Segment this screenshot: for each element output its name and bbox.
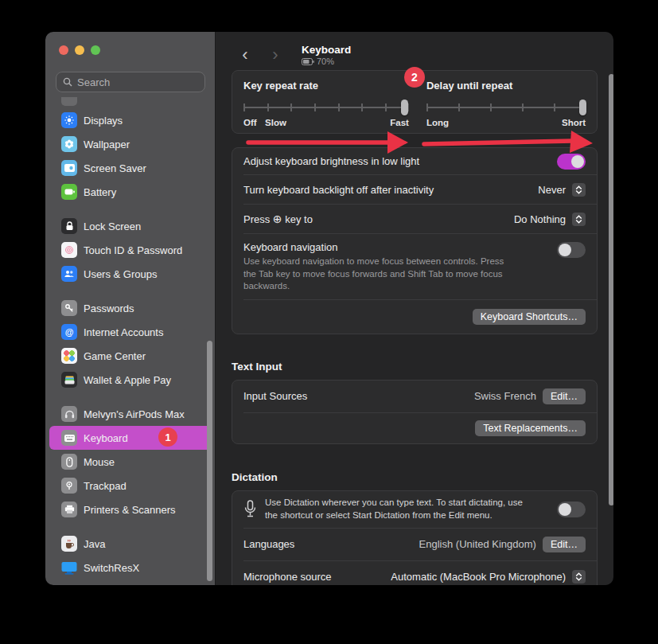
screen-saver-icon [61, 160, 77, 176]
sidebar-item-game-center[interactable]: Game Center [49, 344, 212, 368]
languages-edit-button[interactable]: Edit… [543, 537, 586, 552]
sidebar-item-airpods-max[interactable]: Melvyn's AirPods Max [49, 402, 212, 426]
sidebar-item-label: Printers & Scanners [84, 504, 176, 516]
sidebar-item-label: Internet Accounts [84, 326, 163, 338]
sidebar: Search Displays Wallpaper Screen Saver [45, 32, 216, 585]
text-replacements-button[interactable]: Text Replacements… [475, 420, 586, 436]
sidebar-item-label: Keyboard [84, 432, 128, 444]
input-sources-edit-button[interactable]: Edit… [543, 388, 586, 404]
input-sources-value: Swiss French [474, 390, 536, 402]
sidebar-item-displays[interactable]: Displays [49, 108, 212, 132]
search-placeholder: Search [77, 76, 110, 88]
keyboard-shortcuts-button[interactable]: Keyboard Shortcuts… [473, 309, 586, 325]
text-input-section-header: Text Input [232, 361, 598, 373]
sidebar-item-label: Screen Saver [84, 162, 146, 174]
main-scrollbar[interactable] [609, 74, 613, 505]
sidebar-item-label: Passwords [84, 302, 134, 314]
delay-title: Delay until repeat [426, 80, 586, 92]
backlight-label: Turn keyboard backlight off after inacti… [243, 184, 434, 196]
brightness-label: Adjust keyboard brightness in low light [243, 155, 419, 167]
dictation-toggle[interactable] [557, 502, 586, 517]
input-sources-row: Input Sources Swiss French Edit… [232, 381, 597, 412]
keyboard-navigation-row: Keyboard navigation Use keyboard navigat… [232, 234, 597, 299]
globe-key-value: Do Nothing [514, 213, 566, 225]
displays-icon [61, 112, 77, 128]
key-repeat-slider-thumb[interactable] [401, 100, 408, 115]
title-block: Keyboard 70% [302, 44, 351, 66]
battery-status-icon [302, 58, 314, 65]
back-button[interactable]: ‹ [236, 47, 254, 63]
sidebar-item-label: Game Center [84, 350, 146, 362]
sidebar-item-label: SwitchResX [84, 562, 139, 574]
forward-button[interactable]: › [267, 47, 284, 63]
sidebar-item-label: Users & Groups [84, 268, 157, 280]
sidebar-item-label: Touch ID & Password [84, 244, 182, 256]
keyboard-navigation-label: Keyboard navigation [243, 241, 518, 253]
sidebar-item-label: Trackpad [84, 480, 127, 492]
keyboard-settings-card: Adjust keyboard brightness in low light … [232, 147, 598, 334]
keyboard-icon [61, 430, 77, 446]
sidebar-item-internet-accounts[interactable]: @ Internet Accounts [49, 320, 212, 344]
sidebar-item-battery[interactable]: Battery [49, 180, 212, 204]
shortcuts-row: Keyboard Shortcuts… [232, 300, 597, 334]
sidebar-scrollbar[interactable] [207, 341, 212, 581]
sidebar-item-wallet[interactable]: Wallet & Apple Pay [49, 368, 212, 392]
delay-slider-thumb[interactable] [579, 100, 586, 115]
key-repeat-slider[interactable] [243, 99, 409, 116]
delay-slider[interactable] [426, 99, 586, 116]
sidebar-item-printers[interactable]: Printers & Scanners [49, 498, 212, 521]
microphone-source-value: Automatic (MacBook Pro Microphone) [391, 571, 566, 583]
game-center-icon [61, 348, 77, 364]
text-replacements-row: Text Replacements… [232, 413, 597, 443]
keyboard-navigation-toggle[interactable] [557, 242, 586, 258]
input-sources-label: Input Sources [243, 390, 307, 402]
dictation-section-header: Dictation [232, 471, 598, 483]
backlight-value: Never [538, 184, 566, 196]
sidebar-item-label: Mouse [84, 456, 115, 468]
key-repeat-slow-label: Slow [265, 118, 286, 127]
dictation-card: Use Dictation wherever you can type text… [232, 490, 598, 585]
sidebar-item-keyboard[interactable]: Keyboard [49, 426, 212, 450]
zoom-button[interactable] [91, 45, 100, 55]
battery-icon [61, 184, 77, 200]
minimize-button[interactable] [75, 45, 84, 55]
languages-row: Languages English (United Kingdom) Edit… [232, 529, 597, 560]
sidebar-item-switchresx[interactable]: SwitchResX [49, 556, 212, 580]
sidebar-item-java[interactable]: Java [49, 532, 212, 556]
key-icon [61, 300, 77, 316]
printer-icon [61, 502, 77, 517]
sidebar-item-mouse[interactable]: Mouse [49, 450, 212, 474]
microphone-source-label: Microphone source [243, 571, 332, 583]
sidebar-item-touch-id[interactable]: Touch ID & Password [49, 238, 212, 262]
globe-stepper-icon[interactable] [572, 213, 586, 226]
sidebar-item-label: Melvyn's AirPods Max [84, 408, 185, 420]
sidebar-item-label: Displays [84, 115, 123, 127]
sidebar-item-wallpaper[interactable]: Wallpaper [49, 132, 212, 156]
sidebar-item-users-groups[interactable]: Users & Groups [49, 262, 212, 286]
mouse-icon [61, 454, 77, 470]
wallpaper-icon [61, 136, 77, 152]
languages-value: English (United Kingdom) [419, 538, 536, 550]
backlight-stepper-icon[interactable] [572, 183, 586, 197]
sidebar-item-screen-saver[interactable]: Screen Saver [49, 156, 212, 180]
key-repeat-title: Key repeat rate [243, 80, 409, 92]
backlight-row: Turn keyboard backlight off after inacti… [232, 175, 597, 204]
sidebar-item-trackpad[interactable]: Trackpad [49, 474, 212, 498]
brightness-toggle[interactable] [557, 154, 586, 170]
main-panel: ‹ › Keyboard 70% Key repeat rate [216, 32, 613, 585]
keyboard-navigation-description: Use keyboard navigation to move focus be… [243, 256, 518, 293]
sidebar-item-label: Java [84, 538, 105, 550]
page-title: Keyboard [302, 44, 351, 56]
dictation-description: Use Dictation wherever you can type text… [265, 497, 528, 521]
search-input[interactable]: Search [56, 72, 205, 92]
monitor-icon [61, 560, 77, 576]
sidebar-item-label: Battery [84, 186, 116, 198]
lock-icon [61, 218, 77, 234]
close-button[interactable] [59, 45, 68, 55]
sidebar-item-passwords[interactable]: Passwords [49, 296, 212, 320]
sidebar-item-partial[interactable] [49, 97, 212, 108]
languages-label: Languages [243, 538, 294, 550]
sidebar-item-lock-screen[interactable]: Lock Screen [49, 214, 212, 238]
microphone-stepper-icon[interactable] [572, 570, 586, 584]
users-icon [61, 266, 77, 282]
